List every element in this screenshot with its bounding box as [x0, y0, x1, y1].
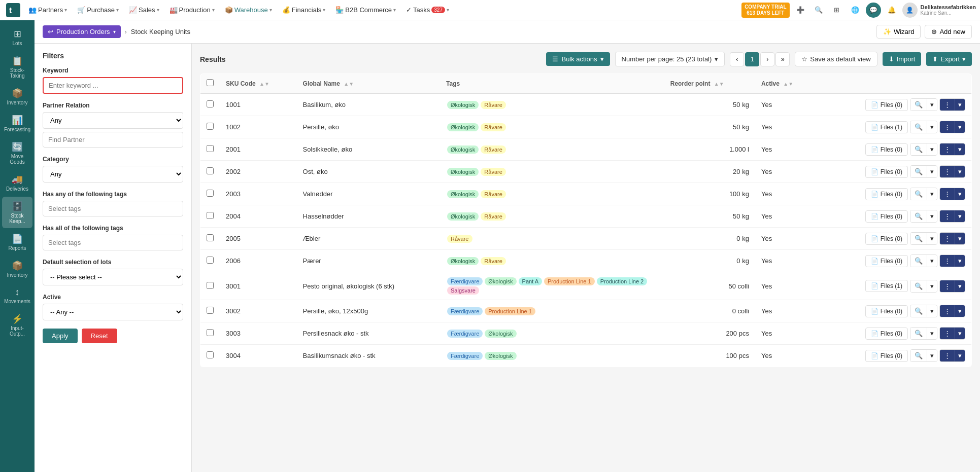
- files-button[interactable]: 📄 Files (1): [865, 280, 908, 292]
- tag-item[interactable]: Production Line 1: [485, 307, 535, 315]
- more-dots-button[interactable]: ⋮: [940, 188, 955, 200]
- wizard-button[interactable]: ✨ Wizard: [876, 25, 921, 39]
- row-checkbox[interactable]: [207, 234, 214, 241]
- more-chevron-button[interactable]: ▾: [955, 166, 965, 177]
- search-chevron-button[interactable]: ▾: [927, 280, 937, 292]
- tag-item[interactable]: Økologisk: [447, 257, 479, 265]
- more-chevron-button[interactable]: ▾: [955, 121, 965, 133]
- tag-item[interactable]: Færdigvare: [447, 352, 483, 360]
- nav-warehouse[interactable]: 📦 Warehouse ▾: [221, 4, 276, 16]
- bulk-actions-button[interactable]: ☰ Bulk actions ▾: [546, 52, 610, 66]
- row-checkbox[interactable]: [207, 257, 214, 264]
- more-dots-button[interactable]: ⋮: [940, 121, 955, 133]
- search-chevron-button[interactable]: ▾: [927, 210, 937, 222]
- files-button[interactable]: 📄 Files (0): [865, 350, 908, 362]
- more-chevron-button[interactable]: ▾: [955, 188, 965, 200]
- row-checkbox[interactable]: [207, 100, 214, 107]
- chat-button[interactable]: 💬: [866, 3, 881, 18]
- row-checkbox[interactable]: [207, 145, 214, 152]
- nav-production[interactable]: 🏭 Production ▾: [165, 4, 219, 16]
- files-button[interactable]: 📄 Files (0): [865, 210, 908, 223]
- notifications-button[interactable]: 🔔: [884, 3, 899, 18]
- tag-item[interactable]: Økologisk: [485, 330, 516, 338]
- search-chevron-button[interactable]: ▾: [927, 188, 937, 200]
- more-chevron-button[interactable]: ▾: [955, 350, 965, 361]
- tag-item[interactable]: Råvare: [481, 146, 505, 154]
- tag-item[interactable]: Økologisk: [447, 190, 479, 198]
- more-chevron-button[interactable]: ▾: [955, 233, 965, 244]
- sidebar-item-lots[interactable]: ⊞ Lots: [2, 24, 32, 50]
- row-checkbox[interactable]: [207, 123, 214, 130]
- sidebar-item-stock-keep[interactable]: 🗄️ Stock Keep...: [2, 197, 32, 228]
- page-next-btn[interactable]: ›: [760, 52, 774, 66]
- add-new-button[interactable]: ⊕ Add new: [925, 25, 972, 39]
- has-all-tags-input[interactable]: [43, 235, 183, 250]
- tag-item[interactable]: Salgsvare: [447, 286, 479, 295]
- files-button[interactable]: 📄 Files (0): [865, 255, 908, 267]
- tag-item[interactable]: Råvare: [481, 190, 505, 198]
- nav-partners[interactable]: 👥 Partners ▾: [24, 4, 71, 16]
- search-part-button[interactable]: 🔍: [910, 233, 927, 244]
- more-dots-button[interactable]: ⋮: [940, 255, 955, 267]
- search-part-button[interactable]: 🔍: [910, 188, 927, 200]
- row-checkbox[interactable]: [207, 190, 214, 197]
- back-button[interactable]: ↩ Production Orders ▾: [43, 25, 121, 38]
- reset-button[interactable]: Reset: [82, 329, 117, 343]
- export-button[interactable]: ⬆ Export ▾: [926, 52, 972, 66]
- nav-b2bcommerce[interactable]: 🏪 B2B Commerce ▾: [331, 4, 400, 16]
- search-part-button[interactable]: 🔍: [910, 99, 927, 111]
- tag-item[interactable]: Færdigvare: [447, 307, 483, 315]
- page-last-btn[interactable]: »: [775, 52, 790, 66]
- tag-item[interactable]: Økologisk: [447, 101, 479, 109]
- tag-item[interactable]: Økologisk: [485, 277, 516, 285]
- tag-item[interactable]: Økologisk: [447, 123, 479, 131]
- more-dots-button[interactable]: ⋮: [940, 99, 955, 111]
- search-part-button[interactable]: 🔍: [910, 143, 927, 155]
- more-chevron-button[interactable]: ▾: [955, 305, 965, 317]
- nav-tasks[interactable]: ✓ Tasks 327 ▾: [402, 4, 453, 16]
- tag-item[interactable]: Økologisk: [485, 352, 516, 360]
- search-part-button[interactable]: 🔍: [910, 305, 927, 317]
- tag-item[interactable]: Production Line 2: [597, 277, 648, 285]
- more-dots-button[interactable]: ⋮: [940, 143, 955, 155]
- page-prev-btn[interactable]: ‹: [730, 52, 744, 66]
- sidebar-item-movements[interactable]: ↕ Movements: [2, 283, 32, 308]
- files-button[interactable]: 📄 Files (1): [865, 121, 908, 133]
- search-chevron-button[interactable]: ▾: [927, 255, 937, 267]
- language-button[interactable]: 🌐: [848, 3, 863, 18]
- more-dots-button[interactable]: ⋮: [940, 210, 955, 222]
- tag-item[interactable]: Færdigvare: [447, 277, 483, 285]
- more-chevron-button[interactable]: ▾: [955, 210, 965, 222]
- search-part-button[interactable]: 🔍: [910, 121, 927, 133]
- row-checkbox[interactable]: [207, 329, 214, 336]
- grid-button[interactable]: ⊞: [829, 3, 844, 18]
- search-part-button[interactable]: 🔍: [910, 166, 927, 177]
- tag-item[interactable]: Økologisk: [447, 212, 479, 221]
- search-chevron-button[interactable]: ▾: [927, 233, 937, 244]
- files-button[interactable]: 📄 Files (0): [865, 143, 908, 156]
- more-dots-button[interactable]: ⋮: [940, 305, 955, 317]
- nav-sales[interactable]: 📈 Sales ▾: [125, 4, 163, 16]
- tag-item[interactable]: Råvare: [481, 212, 505, 221]
- more-chevron-button[interactable]: ▾: [955, 280, 965, 292]
- keyword-input[interactable]: [43, 77, 183, 94]
- files-button[interactable]: 📄 Files (0): [865, 233, 908, 245]
- sidebar-item-stock-taking[interactable]: 📋 Stock-Taking: [2, 51, 32, 83]
- tag-item[interactable]: Råvare: [447, 235, 472, 243]
- search-part-button[interactable]: 🔍: [910, 210, 927, 222]
- import-button[interactable]: ⬇ Import: [883, 52, 922, 66]
- more-dots-button[interactable]: ⋮: [940, 328, 955, 339]
- sidebar-item-move-goods[interactable]: 🔄 Move Goods: [2, 137, 32, 169]
- tag-item[interactable]: Råvare: [481, 168, 505, 176]
- more-chevron-button[interactable]: ▾: [955, 328, 965, 339]
- name-sort-icon[interactable]: ▲▼: [344, 81, 354, 87]
- more-chevron-button[interactable]: ▾: [955, 143, 965, 155]
- select-all-checkbox[interactable]: [207, 79, 214, 86]
- default-lots-select[interactable]: -- Please select --: [43, 269, 183, 285]
- has-any-tags-input[interactable]: [43, 201, 183, 216]
- search-chevron-button[interactable]: ▾: [927, 350, 937, 361]
- row-checkbox[interactable]: [207, 282, 214, 289]
- nav-financials[interactable]: 💰 Financials ▾: [278, 4, 330, 16]
- user-menu[interactable]: 👤 Delikatessefabrikken Katrine Søn...: [902, 3, 976, 18]
- search-chevron-button[interactable]: ▾: [927, 328, 937, 339]
